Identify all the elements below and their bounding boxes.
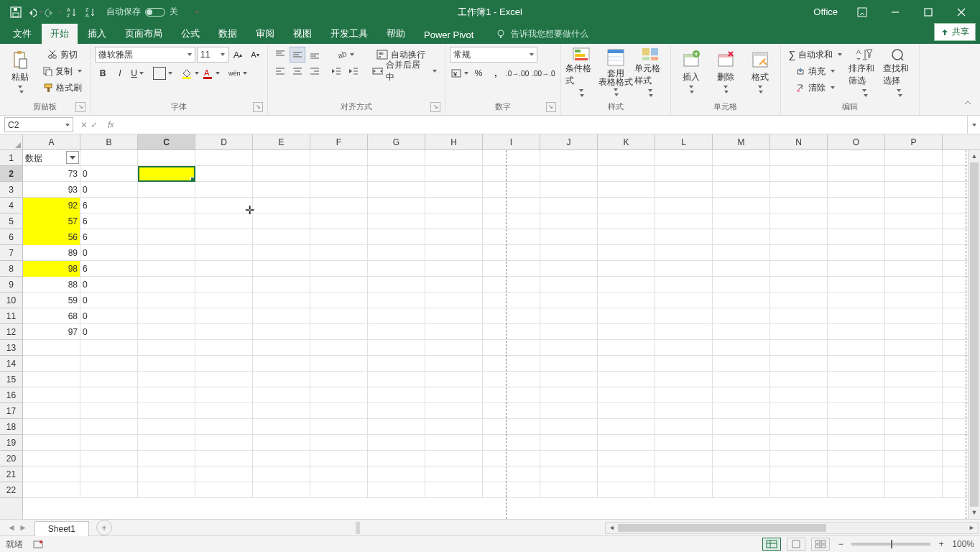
cell-P20[interactable] bbox=[885, 451, 943, 466]
cell-K5[interactable] bbox=[598, 213, 655, 229]
row-header-12[interactable]: 12 bbox=[0, 324, 22, 340]
cell-D5[interactable] bbox=[195, 213, 253, 229]
cell-E3[interactable] bbox=[253, 182, 310, 198]
cell-A7[interactable]: 89 bbox=[23, 245, 80, 261]
cell-A15[interactable] bbox=[23, 372, 80, 387]
cell-G14[interactable] bbox=[368, 356, 425, 372]
cell-B1[interactable] bbox=[80, 150, 138, 166]
cell-O3[interactable] bbox=[828, 182, 885, 198]
decrease-decimal-icon[interactable]: .00→.0 bbox=[531, 65, 555, 81]
cell-F2[interactable] bbox=[310, 166, 368, 182]
cell-N17[interactable] bbox=[770, 403, 828, 419]
insert-cells-button[interactable]: 插入 bbox=[675, 47, 707, 97]
cell-O12[interactable] bbox=[828, 324, 885, 340]
cell-A21[interactable] bbox=[23, 466, 80, 482]
cell-I13[interactable] bbox=[483, 340, 540, 356]
cell-P11[interactable] bbox=[885, 308, 943, 324]
cell-D11[interactable] bbox=[195, 308, 253, 324]
normal-view-icon[interactable] bbox=[762, 538, 781, 551]
paste-button[interactable]: 粘贴 bbox=[4, 47, 36, 97]
menu-tab-数据[interactable]: 数据 bbox=[210, 24, 246, 44]
tab-split-handle[interactable] bbox=[356, 522, 360, 534]
cell-F19[interactable] bbox=[310, 435, 368, 451]
row-header-6[interactable]: 6 bbox=[0, 229, 22, 245]
cell-K14[interactable] bbox=[598, 356, 655, 372]
autosum-button[interactable]: ∑自动求和 bbox=[785, 47, 846, 63]
cell-K13[interactable] bbox=[598, 340, 655, 356]
cell-A22[interactable] bbox=[23, 482, 80, 498]
cell-A19[interactable] bbox=[23, 435, 80, 451]
cell-E12[interactable] bbox=[253, 324, 310, 340]
cell-J22[interactable] bbox=[540, 482, 598, 498]
cell-B4[interactable]: 6 bbox=[80, 198, 138, 213]
cell-P16[interactable] bbox=[885, 387, 943, 403]
col-header-P[interactable]: P bbox=[885, 134, 943, 150]
cell-G21[interactable] bbox=[368, 466, 425, 482]
cell-I15[interactable] bbox=[483, 372, 540, 387]
cell-K7[interactable] bbox=[598, 245, 655, 261]
menu-tab-插入[interactable]: 插入 bbox=[79, 24, 115, 44]
cell-K20[interactable] bbox=[598, 451, 655, 466]
cell-B3[interactable]: 0 bbox=[80, 182, 138, 198]
cell-C4[interactable] bbox=[138, 198, 195, 213]
cell-P2[interactable] bbox=[885, 166, 943, 182]
cell-E6[interactable] bbox=[253, 229, 310, 245]
cell-B16[interactable] bbox=[80, 387, 138, 403]
fill-color-button[interactable] bbox=[180, 65, 200, 81]
cell-L13[interactable] bbox=[655, 340, 713, 356]
cell-H3[interactable] bbox=[425, 182, 483, 198]
cell-B20[interactable] bbox=[80, 451, 138, 466]
clear-button[interactable]: 清除 bbox=[785, 80, 846, 96]
cell-B6[interactable]: 6 bbox=[80, 229, 138, 245]
cell-O14[interactable] bbox=[828, 356, 885, 372]
cell-N19[interactable] bbox=[770, 435, 828, 451]
cell-P18[interactable] bbox=[885, 419, 943, 435]
cell-K1[interactable] bbox=[598, 150, 655, 166]
menu-tab-公式[interactable]: 公式 bbox=[172, 24, 208, 44]
cell-F11[interactable] bbox=[310, 308, 368, 324]
cell-C13[interactable] bbox=[138, 340, 195, 356]
cell-F3[interactable] bbox=[310, 182, 368, 198]
cell-A18[interactable] bbox=[23, 419, 80, 435]
cell-I7[interactable] bbox=[483, 245, 540, 261]
cell-D22[interactable] bbox=[195, 482, 253, 498]
conditional-format-button[interactable]: 条件格式 bbox=[565, 47, 597, 97]
cell-C17[interactable] bbox=[138, 403, 195, 419]
cell-P5[interactable] bbox=[885, 213, 943, 229]
minimize-button[interactable] bbox=[879, 1, 911, 24]
row-header-18[interactable]: 18 bbox=[0, 419, 22, 435]
cell-P6[interactable] bbox=[885, 229, 943, 245]
cell-B18[interactable] bbox=[80, 419, 138, 435]
cell-B9[interactable]: 0 bbox=[80, 277, 138, 293]
col-header-D[interactable]: D bbox=[195, 134, 253, 150]
format-painter-button[interactable]: 格式刷 bbox=[39, 80, 85, 96]
sheet-tab-1[interactable]: Sheet1 bbox=[34, 521, 89, 536]
phonetic-button[interactable]: wén bbox=[228, 65, 248, 81]
cell-G8[interactable] bbox=[368, 261, 425, 277]
cell-E1[interactable] bbox=[253, 150, 310, 166]
cell-A5[interactable]: 57 bbox=[23, 213, 80, 229]
cell-D18[interactable] bbox=[195, 419, 253, 435]
cell-L18[interactable] bbox=[655, 419, 713, 435]
font-launcher-icon[interactable]: ↘ bbox=[253, 102, 263, 112]
cell-J18[interactable] bbox=[540, 419, 598, 435]
cell-I3[interactable] bbox=[483, 182, 540, 198]
cell-F7[interactable] bbox=[310, 245, 368, 261]
underline-button[interactable]: U bbox=[129, 65, 145, 81]
menu-tab-审阅[interactable]: 审阅 bbox=[247, 24, 283, 44]
cell-P1[interactable] bbox=[885, 150, 943, 166]
cell-A16[interactable] bbox=[23, 387, 80, 403]
row-header-4[interactable]: 4 bbox=[0, 198, 22, 213]
cell-H21[interactable] bbox=[425, 466, 483, 482]
cell-F12[interactable] bbox=[310, 324, 368, 340]
cell-H18[interactable] bbox=[425, 419, 483, 435]
cell-I14[interactable] bbox=[483, 356, 540, 372]
cell-B12[interactable]: 0 bbox=[80, 324, 138, 340]
fx-icon[interactable]: fx bbox=[103, 116, 118, 134]
share-button[interactable]: 共享 bbox=[934, 23, 976, 41]
align-launcher-icon[interactable]: ↘ bbox=[430, 102, 440, 112]
accounting-format-icon[interactable]: ¥ bbox=[450, 65, 469, 81]
cell-H19[interactable] bbox=[425, 435, 483, 451]
align-bottom-icon[interactable] bbox=[307, 47, 323, 63]
cell-H7[interactable] bbox=[425, 245, 483, 261]
